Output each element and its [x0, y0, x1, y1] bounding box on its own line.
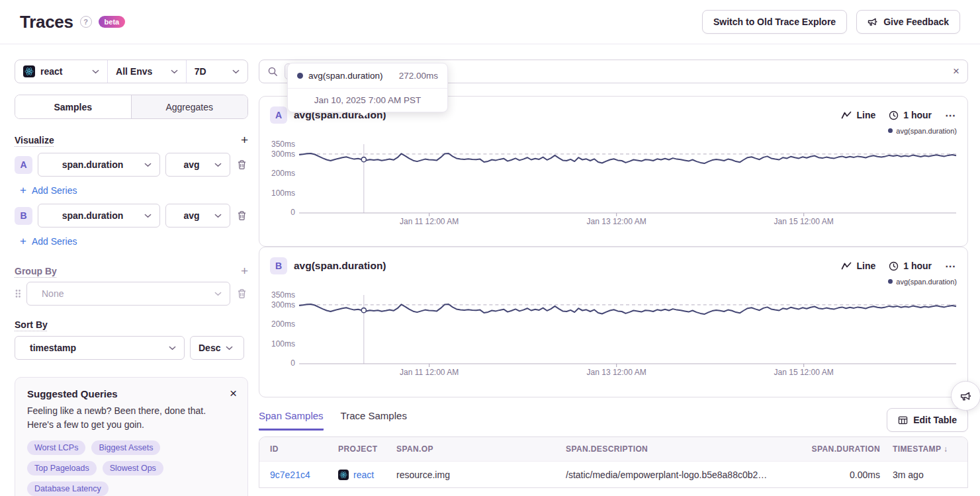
help-icon[interactable]: ? — [80, 16, 92, 28]
span-duration-cell: 0.00ms — [781, 470, 880, 480]
tab-trace-samples[interactable]: Trace Samples — [341, 410, 407, 431]
add-series-link-2[interactable]: + Add Series — [20, 235, 248, 248]
y-axis-label: 300ms — [266, 149, 295, 159]
delete-group-by-button[interactable] — [236, 287, 248, 300]
hover-marker — [361, 157, 366, 162]
clock-icon — [889, 261, 899, 271]
edit-table-button[interactable]: Edit Table — [887, 408, 968, 432]
visualize-heading: Visualize — [15, 135, 54, 145]
date-range-label: 7D — [195, 66, 206, 77]
column-header-span-description[interactable]: SPAN.DESCRIPTION — [566, 444, 781, 454]
tab-aggregates[interactable]: Aggregates — [132, 95, 248, 118]
column-header-timestamp[interactable]: TIMESTAMP ↓ — [880, 444, 957, 454]
date-range-selector[interactable]: 7D — [186, 60, 247, 83]
add-series-link-1[interactable]: + Add Series — [20, 184, 248, 197]
suggested-query-chip[interactable]: Worst LCPs — [27, 440, 85, 455]
series-b-aggregate-select[interactable]: avg — [165, 204, 230, 227]
series-a-aggregate-select[interactable]: avg — [165, 153, 230, 177]
floating-feedback-button[interactable] — [951, 381, 980, 411]
suggested-query-chip[interactable]: Database Latency — [27, 481, 109, 496]
series-a-field-select[interactable]: span.duration — [38, 153, 160, 177]
interval-selector[interactable]: 1 hour — [889, 110, 932, 120]
series-line — [299, 304, 956, 314]
series-row-b: B span.duration avg — [15, 204, 248, 227]
column-header-span-duration[interactable]: SPAN.DURATION — [781, 444, 880, 454]
column-header-project[interactable]: PROJECT — [338, 444, 396, 454]
clear-search-icon[interactable]: × — [953, 65, 959, 78]
clock-icon — [889, 110, 899, 120]
y-axis-label: 100ms — [266, 188, 295, 198]
series-badge-a: A — [15, 156, 32, 174]
x-axis-label: Jan 13 12:00 AM — [587, 368, 646, 377]
group-by-heading: Group By — [15, 266, 57, 276]
drag-handle-icon[interactable] — [15, 288, 21, 299]
column-header-id[interactable]: ID — [270, 444, 338, 454]
suggested-queries-title: Suggested Queries — [27, 388, 236, 399]
table-icon — [898, 415, 908, 425]
column-header-span-op[interactable]: SPAN.OP — [396, 444, 566, 454]
close-icon[interactable]: × — [230, 387, 237, 399]
sort-direction-select[interactable]: Desc — [190, 336, 244, 360]
line-chart-icon — [841, 262, 852, 270]
tab-span-samples[interactable]: Span Samples — [259, 410, 324, 431]
chevron-down-icon — [169, 346, 176, 351]
chart-panel-b: B avg(span.duration) Line 1 hour ⋯ avg(s… — [259, 247, 968, 397]
interval-selector[interactable]: 1 hour — [889, 261, 932, 271]
page-filter-bar: react All Envs 7D — [15, 60, 248, 83]
timestamp-cell: 3m ago — [880, 470, 957, 480]
chart-type-selector[interactable]: Line — [841, 261, 875, 271]
chevron-down-icon — [214, 292, 222, 296]
switch-old-explore-button[interactable]: Switch to Old Trace Explore — [702, 10, 847, 34]
chevron-down-icon — [226, 346, 233, 351]
trash-icon — [237, 159, 247, 170]
beta-badge: beta — [99, 16, 126, 28]
chart-a-legend[interactable]: avg(span.duration) — [270, 127, 957, 135]
environment-selector[interactable]: All Envs — [107, 60, 186, 83]
chart-b-title: avg(span.duration) — [294, 260, 386, 272]
delete-series-b-button[interactable] — [236, 209, 248, 222]
tab-samples[interactable]: Samples — [15, 95, 132, 118]
series-badge-b: B — [15, 207, 32, 225]
line-chart-svg[interactable] — [299, 295, 956, 369]
chart-type-selector[interactable]: Line — [841, 110, 875, 120]
add-group-by-button[interactable]: + — [241, 265, 248, 277]
chart-b-legend[interactable]: avg(span.duration) — [270, 278, 957, 286]
span-op-cell: resource.img — [396, 470, 566, 480]
suggested-query-chip[interactable]: Biggest Assets — [91, 440, 160, 455]
give-feedback-button[interactable]: Give Feedback — [856, 10, 960, 34]
suggested-query-chip[interactable]: Top Pageloads — [27, 461, 97, 475]
project-link[interactable]: react — [338, 470, 396, 480]
group-by-select[interactable]: None — [26, 282, 230, 306]
y-axis-label: 200ms — [266, 169, 295, 178]
y-axis-label: 0 — [266, 208, 295, 217]
chevron-down-icon — [144, 214, 152, 218]
search-icon — [267, 66, 278, 77]
y-axis-label: 350ms — [266, 140, 295, 149]
suggested-queries-description: Feeling like a newb? Been there, done th… — [27, 404, 226, 432]
line-chart-svg[interactable] — [299, 144, 956, 218]
add-visualize-button[interactable]: + — [241, 134, 248, 146]
y-axis-label: 100ms — [266, 339, 295, 349]
series-b-field-select[interactable]: span.duration — [38, 204, 160, 227]
mode-tabs: Samples Aggregates — [15, 95, 248, 119]
suggested-query-chip[interactable]: Slowest Ops — [103, 461, 163, 475]
project-selector[interactable]: react — [15, 60, 107, 83]
span-id-link[interactable]: 9c7e21c4 — [270, 470, 338, 480]
chevron-down-icon — [171, 69, 178, 74]
chart-more-options[interactable]: ⋯ — [945, 109, 957, 122]
delete-series-a-button[interactable] — [236, 158, 248, 171]
chevron-down-icon — [214, 163, 222, 167]
chevron-down-icon — [144, 163, 152, 167]
chevron-down-icon — [92, 69, 99, 74]
line-chart-icon — [841, 111, 852, 119]
y-axis-label: 200ms — [266, 319, 295, 329]
hover-marker — [361, 308, 366, 313]
chart-b-plot[interactable]: 350ms 300ms 200ms 100ms 0 Jan 11 12:00 A… — [299, 295, 956, 364]
react-project-icon — [338, 470, 349, 480]
sort-by-heading: Sort By — [15, 319, 48, 330]
sort-field-select[interactable]: timestamp — [15, 336, 185, 360]
trash-icon — [237, 288, 247, 299]
chart-a-plot[interactable]: 350ms 300ms 200ms 100ms 0 Jan 11 12:00 A… — [299, 144, 956, 213]
megaphone-icon — [960, 390, 972, 402]
chart-more-options[interactable]: ⋯ — [945, 260, 957, 272]
